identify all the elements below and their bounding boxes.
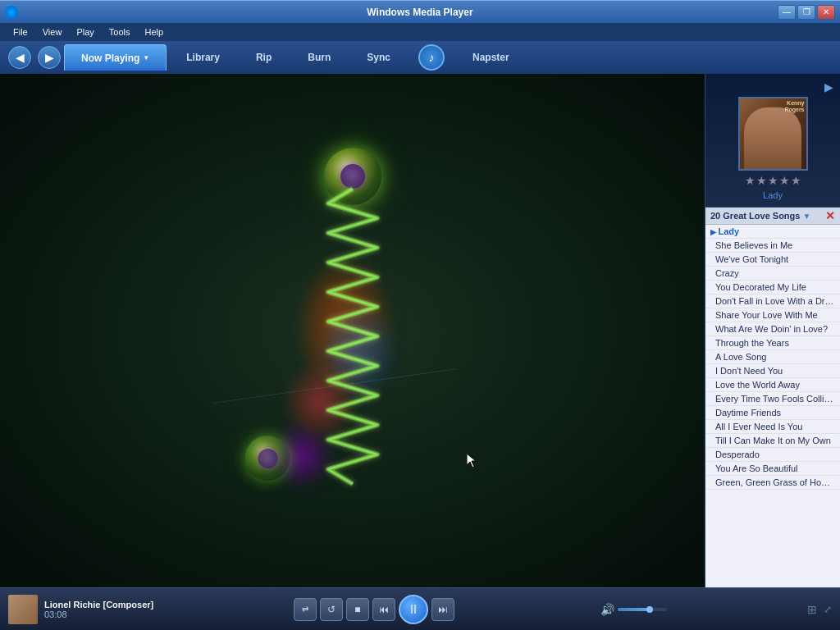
playlist-item-11[interactable]: I Don't Need You — [705, 364, 840, 378]
prev-button[interactable]: ⏮ — [372, 598, 395, 621]
play-pause-button[interactable]: ⏸ — [399, 595, 428, 624]
playlist-item-13[interactable]: Every Time Two Fools Collid... — [705, 392, 840, 406]
resize-button[interactable]: ⊞ — [807, 603, 817, 616]
mouse-cursor — [467, 454, 477, 468]
minimize-button[interactable]: — — [778, 5, 796, 20]
fullscreen-button[interactable]: ⤢ — [824, 604, 832, 615]
tab-library[interactable]: Library — [170, 44, 236, 71]
napster-icon[interactable]: ♪ — [418, 44, 445, 71]
star-5[interactable]: ★ — [791, 174, 801, 187]
close-button[interactable]: ✕ — [817, 5, 835, 20]
playlist-item-3[interactable]: We've Got Tonight — [705, 253, 840, 267]
album-face — [744, 107, 801, 169]
playlist-item-8[interactable]: What Are We Doin' in Love? — [705, 322, 840, 336]
titlebar-controls: — ❐ ✕ — [778, 5, 835, 20]
svg-marker-0 — [467, 454, 476, 468]
playlist-item-7[interactable]: Share Your Love With Me — [705, 308, 840, 322]
playlist[interactable]: 20 Great Love Songs ▼ ✕ Lady She Believe… — [705, 208, 840, 587]
viz-orb-bottom — [245, 436, 290, 481]
visualization-area — [0, 74, 705, 587]
tab-sync[interactable]: Sync — [350, 44, 407, 71]
next-button[interactable]: ⏭ — [431, 598, 454, 621]
playlist-item-5[interactable]: You Decorated My Life — [705, 281, 840, 294]
playlist-title: 20 Great Love Songs ▼ — [710, 211, 810, 221]
menu-play[interactable]: Play — [70, 25, 100, 39]
volume-slider[interactable] — [618, 608, 667, 611]
playlist-header: 20 Great Love Songs ▼ ✕ — [705, 208, 840, 225]
titlebar: Windows Media Player — ❐ ✕ — [0, 0, 840, 23]
now-playing-arrow: ▼ — [143, 54, 149, 62]
tab-burn[interactable]: Burn — [291, 44, 347, 71]
menubar: File View Play Tools Help — [0, 23, 840, 41]
star-1[interactable]: ★ — [745, 174, 756, 187]
shuffle-icon: ⇄ — [302, 605, 308, 614]
now-playing-track: Lady — [763, 190, 783, 200]
playlist-item-4[interactable]: Crazy — [705, 267, 840, 281]
playback-controls: ⇄ ↺ ■ ⏮ ⏸ ⏭ — [294, 595, 454, 624]
restore-button[interactable]: ❐ — [797, 5, 815, 20]
album-area: ▶ Kenny Rogers ★ ★ ★ ★ ★ Lady — [705, 74, 840, 208]
play-pause-icon: ⏸ — [407, 602, 420, 617]
right-panel: ▶ Kenny Rogers ★ ★ ★ ★ ★ Lady — [705, 74, 840, 587]
next-icon: ⏭ — [438, 604, 448, 615]
window-title: Windows Media Player — [367, 7, 472, 18]
menu-view[interactable]: View — [36, 25, 69, 39]
tab-rip[interactable]: Rip — [240, 44, 288, 71]
playlist-close-button[interactable]: ✕ — [825, 210, 835, 221]
playlist-item-6[interactable]: Don't Fall in Love With a Dre... — [705, 294, 840, 308]
repeat-button[interactable]: ↺ — [320, 598, 343, 621]
tab-now-playing[interactable]: Now Playing ▼ — [64, 44, 167, 71]
album-artist-overlay: Kenny Rogers — [784, 100, 804, 114]
playlist-item-15[interactable]: All I Ever Need Is You — [705, 420, 840, 434]
menu-file[interactable]: File — [7, 25, 34, 39]
viz-beam — [320, 189, 386, 533]
playlist-item-18[interactable]: You Are So Beautiful — [705, 462, 840, 476]
artist-info: Lionel Richie [Composer] 03:08 — [44, 600, 153, 619]
repeat-icon: ↺ — [327, 604, 336, 615]
playlist-dropdown-arrow[interactable]: ▼ — [803, 212, 811, 221]
menu-tools[interactable]: Tools — [103, 25, 137, 39]
playlist-item-19[interactable]: Green, Green Grass of Hom... — [705, 476, 840, 490]
volume-thumb[interactable] — [646, 606, 653, 613]
star-2[interactable]: ★ — [756, 174, 767, 187]
navbar: ◀ ▶ Now Playing ▼ Library Rip Burn Sync … — [0, 41, 840, 74]
artist-name: Lionel Richie [Composer] — [44, 600, 153, 609]
now-playing-thumbnail — [8, 595, 38, 624]
playlist-item-16[interactable]: Till I Can Make It on My Own — [705, 434, 840, 448]
star-rating[interactable]: ★ ★ ★ ★ ★ — [745, 174, 801, 187]
playlist-item-9[interactable]: Through the Years — [705, 336, 840, 350]
star-3[interactable]: ★ — [768, 174, 778, 187]
album-art: Kenny Rogers — [738, 97, 808, 171]
titlebar-left — [5, 6, 18, 19]
app-icon — [5, 6, 18, 19]
album-nav-arrow[interactable]: ▶ — [824, 80, 833, 94]
shuffle-button[interactable]: ⇄ — [294, 598, 317, 621]
back-button[interactable]: ◀ — [8, 46, 31, 69]
stop-button[interactable]: ■ — [346, 598, 369, 621]
volume-fill — [618, 608, 650, 611]
stop-icon: ■ — [354, 604, 360, 615]
forward-button[interactable]: ▶ — [38, 46, 61, 69]
volume-control[interactable]: 🔊 — [600, 603, 667, 616]
menu-help[interactable]: Help — [138, 25, 170, 39]
playlist-item-1[interactable]: Lady — [705, 225, 840, 239]
main-area: ▶ Kenny Rogers ★ ★ ★ ★ ★ Lady — [0, 74, 840, 587]
track-time: 03:08 — [44, 609, 153, 619]
playlist-item-12[interactable]: Love the World Away — [705, 378, 840, 392]
star-4[interactable]: ★ — [779, 174, 790, 187]
playlist-item-10[interactable]: A Love Song — [705, 350, 840, 364]
tab-napster[interactable]: Napster — [456, 44, 526, 71]
volume-icon: 🔊 — [600, 603, 614, 616]
playlist-item-2[interactable]: She Believes in Me — [705, 239, 840, 253]
album-header: ▶ — [712, 80, 833, 94]
playlist-item-17[interactable]: Desperado — [705, 448, 840, 462]
controls-bar: Lionel Richie [Composer] 03:08 ⇄ ↺ ■ ⏮ ⏸… — [0, 587, 840, 630]
prev-icon: ⏮ — [379, 604, 389, 615]
playlist-item-14[interactable]: Daytime Friends — [705, 406, 840, 420]
